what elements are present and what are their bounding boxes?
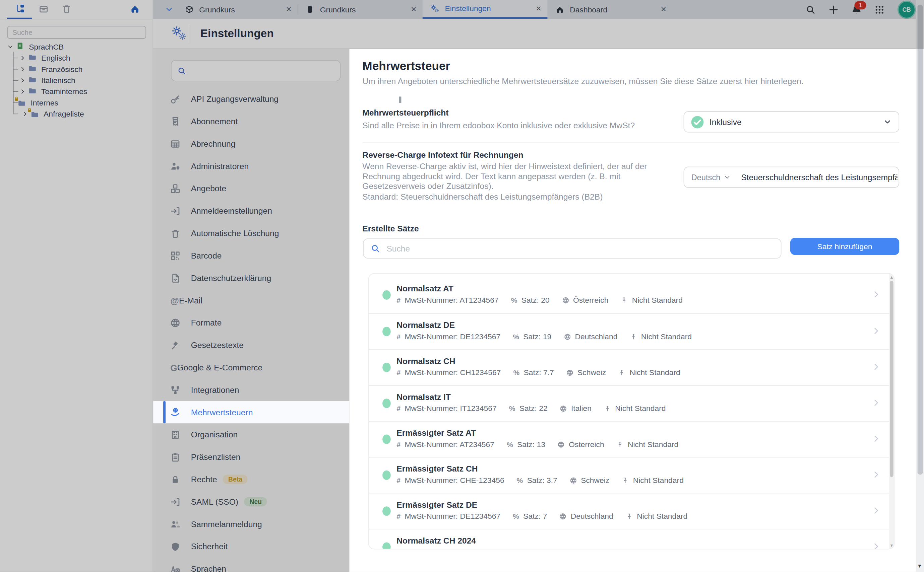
scroll-down-icon[interactable]: ▼ <box>917 563 922 569</box>
rate-row[interactable]: Normalsatz IT#MwSt-Nummer: IT1234567%Sat… <box>369 385 894 421</box>
page-scrollbar[interactable]: ▼ <box>916 0 924 572</box>
settings-search-input[interactable] <box>191 66 334 76</box>
trash-icon[interactable] <box>62 4 72 13</box>
chevron-right-icon[interactable] <box>872 542 881 550</box>
rates-list: Normalsatz AT#MwSt-Nummer: AT1234567%Sat… <box>368 273 894 550</box>
reverse-charge-input[interactable] <box>740 172 899 182</box>
chevron-right-icon[interactable] <box>872 398 881 407</box>
rate-row[interactable]: Normalsatz DE#MwSt-Nummer: DE1234567%Sat… <box>369 313 894 349</box>
avatar[interactable]: CB <box>898 0 916 19</box>
sidebar-item-präsenzlisten[interactable]: Präsenzlisten <box>153 446 349 468</box>
apps-grid-icon[interactable] <box>874 5 885 14</box>
tab-einstellungen[interactable]: Einstellungen✕ <box>422 0 548 19</box>
language-select[interactable]: Deutsch <box>691 173 730 182</box>
sidebar-item-label: Anmeldeeinstellungen <box>191 206 272 215</box>
tab-grundkurs[interactable]: Grundkurs✕ <box>177 0 297 19</box>
list-scrollbar[interactable]: ▲▼ <box>889 274 894 549</box>
tree-item-französisch[interactable]: Französisch <box>0 64 83 75</box>
chevron-right-icon[interactable] <box>872 470 881 479</box>
sidebar-item-sammelanmeldung[interactable]: Sammelanmeldung <box>153 513 349 535</box>
tab-dashboard[interactable]: Dashboard✕ <box>547 0 672 19</box>
rate-row[interactable]: Ermässigter Satz DE#MwSt-Nummer: DE12345… <box>369 493 894 529</box>
archive-icon[interactable] <box>39 4 48 13</box>
tab-close-icon[interactable]: ✕ <box>661 5 667 14</box>
folder-icon <box>28 64 37 73</box>
chevron-right-icon[interactable] <box>872 434 881 443</box>
standard-flag: Nicht Standard <box>641 332 692 341</box>
doc-icon <box>170 273 183 283</box>
plus-icon[interactable] <box>829 5 838 14</box>
sidebar-item-rechte[interactable]: RechteBeta <box>153 468 349 491</box>
sidebar-item-datenschutzerklärung[interactable]: Datenschutzerklärung <box>153 267 349 289</box>
rate-row[interactable]: Normalsatz AT#MwSt-Nummer: AT1234567%Sat… <box>369 277 894 313</box>
qr-icon <box>170 250 183 261</box>
sidebar-item-angebote[interactable]: Angebote <box>153 177 349 200</box>
lock-icon <box>170 474 183 484</box>
tree-item-englisch[interactable]: Englisch <box>0 52 70 63</box>
rate-meta: #MwSt-Nummer: IT1234567%Satz: 22ItalienN… <box>396 404 674 413</box>
chevron-right-icon[interactable] <box>872 506 881 515</box>
standard-flag: Nicht Standard <box>630 368 680 377</box>
rates-search-input[interactable] <box>385 243 774 254</box>
chevron-right-icon[interactable] <box>872 326 881 336</box>
vat-duty-select[interactable]: Inklusive <box>684 111 899 132</box>
sidebar-item-formate[interactable]: Formate <box>153 311 349 334</box>
search-icon[interactable] <box>806 5 816 14</box>
sidebar-item-sprachen[interactable]: Sprachen <box>153 558 349 572</box>
sidebar-item-organisation[interactable]: Organisation <box>153 423 349 446</box>
sidebar-item-label: Formate <box>191 318 222 327</box>
bell-icon[interactable]: 1 <box>852 5 862 14</box>
chevron-right-icon[interactable] <box>872 362 881 371</box>
sidebar-item-anmeldeeinstellungen[interactable]: Anmeldeeinstellungen <box>153 200 349 222</box>
tree-icon[interactable] <box>16 4 25 13</box>
tab-close-icon[interactable]: ✕ <box>286 5 292 14</box>
rate-row[interactable]: Normalsatz CH 2024#MwSt-Nummer: CHE-123-… <box>369 529 894 550</box>
reverse-charge-label: Reverse-Charge Infotext für Rechnungen <box>362 150 523 159</box>
add-rate-button[interactable]: Satz hinzufügen <box>790 238 899 255</box>
rates-heading: Erstellte Sätze <box>362 224 419 233</box>
tab-list-chevron-icon[interactable] <box>165 5 173 14</box>
country: Schweiz <box>581 476 609 485</box>
sidebar-item-gesetzestexte[interactable]: Gesetzestexte <box>153 334 349 356</box>
sidebar-item-abonnement[interactable]: Abonnement <box>153 110 349 133</box>
tree-item-label: Englisch <box>41 54 70 62</box>
country: Österreich <box>569 440 604 448</box>
tab-label: Dashboard <box>570 5 654 14</box>
rate-row[interactable]: Ermässigter Satz CH#MwSt-Nummer: CHE-123… <box>369 457 894 493</box>
sidebar-item-sicherheit[interactable]: Sicherheit <box>153 535 349 558</box>
tab-grundkurs[interactable]: Grundkurs✕ <box>298 0 422 19</box>
tab-close-icon[interactable]: ✕ <box>411 5 417 14</box>
sidebar-item-administratoren[interactable]: Administratoren <box>153 155 349 177</box>
chevron-right-icon[interactable] <box>872 290 881 299</box>
search-icon <box>371 244 380 253</box>
sidebar-item-automatische-löschung[interactable]: Automatische Löschung <box>153 222 349 244</box>
standard-flag: Standard <box>636 547 667 549</box>
vat-number: MwSt-Nummer: DE1234567 <box>405 332 500 341</box>
percent-icon: % <box>511 296 517 305</box>
sidebar-item-integrationen[interactable]: Integrationen <box>153 379 349 401</box>
section-title: Mehrwertsteuer <box>362 60 450 73</box>
globe-icon <box>559 513 566 520</box>
tree-item-italienisch[interactable]: Italienisch <box>0 75 75 86</box>
rate-row[interactable]: Normalsatz CH#MwSt-Nummer: CH1234567%Sat… <box>369 349 894 385</box>
tree-item-sprachcb[interactable]: SprachCB <box>0 41 64 52</box>
sidebar-item-mehrwertsteuern[interactable]: Mehrwertsteuern <box>153 401 349 423</box>
home-icon[interactable] <box>130 4 140 13</box>
tree-search-input[interactable] <box>7 26 146 39</box>
sidebar-item-google-e-commerce[interactable]: GGoogle & E-Commerce <box>153 356 349 379</box>
sidebar-item-api-zugangsverwaltung[interactable]: API Zugangsverwaltung <box>153 88 349 110</box>
rate-row[interactable]: Ermässigter Satz AT#MwSt-Nummer: AT23456… <box>369 421 894 457</box>
list-scrollbar-thumb[interactable] <box>890 281 893 477</box>
sidebar-item-abrechnung[interactable]: Abrechnung <box>153 133 349 155</box>
tree-item-anfrageliste[interactable]: Anfrageliste <box>0 109 84 120</box>
scroll-down-icon[interactable]: ▼ <box>889 544 894 547</box>
page-scrollbar-thumb[interactable] <box>917 5 922 474</box>
vat-number: MwSt-Nummer: IT1234567 <box>405 404 496 413</box>
scroll-up-icon[interactable]: ▲ <box>889 275 894 279</box>
vat-number: MwSt-Nummer: AT1234567 <box>405 296 499 305</box>
status-dot <box>382 363 391 372</box>
tab-close-icon[interactable]: ✕ <box>536 5 542 13</box>
sidebar-item-e-mail[interactable]: @E-Mail <box>153 289 349 311</box>
sidebar-item-saml-sso-[interactable]: SAML (SSO)Neu <box>153 491 349 513</box>
sidebar-item-barcode[interactable]: Barcode <box>153 244 349 267</box>
